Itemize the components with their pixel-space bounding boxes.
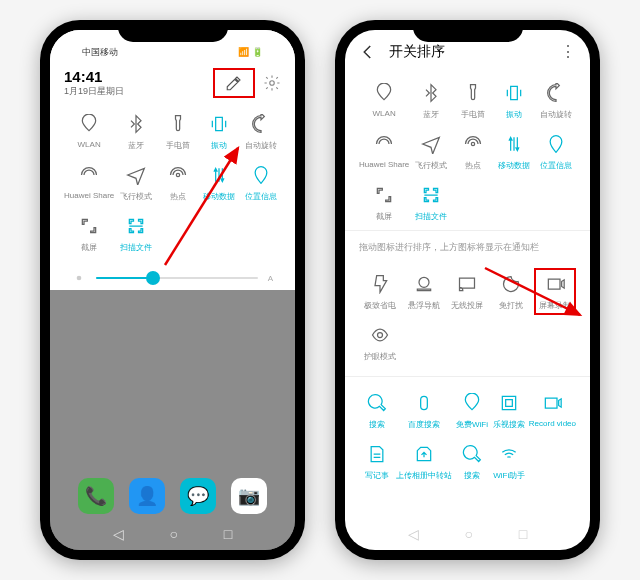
tile-自动旋转[interactable]: 自动旋转 (536, 77, 576, 124)
edit-button[interactable] (213, 68, 255, 98)
tile-label: 热点 (170, 191, 186, 202)
tile-icon (166, 112, 190, 136)
tile-扫描文件[interactable]: 扫描文件 (116, 210, 156, 257)
tile-搜索[interactable]: 搜索 (359, 387, 394, 434)
tile-手电筒[interactable]: 手电筒 (158, 108, 198, 155)
available-tiles-grid: 极致省电 悬浮导航 无线投屏 免打扰 屏幕录制 护眼模式 (345, 264, 590, 370)
tile-手电筒[interactable]: 手电筒 (453, 77, 493, 124)
tile-热点[interactable]: 热点 (158, 159, 198, 206)
tile-位置信息[interactable]: 位置信息 (536, 128, 576, 175)
tile-icon (365, 442, 389, 466)
tile-WiFi助手[interactable]: WiFi助手 (492, 438, 527, 485)
dock: 📞 👤 💬 📷 (50, 478, 295, 514)
back-arrow-icon[interactable] (359, 43, 377, 61)
tile-icon (77, 112, 101, 136)
slider-track[interactable] (96, 277, 258, 279)
tile-振动[interactable]: 振动 (200, 108, 240, 155)
tile-icon (412, 442, 436, 466)
tile-label: 悬浮导航 (408, 300, 440, 311)
tile-label: 免费WiFi (456, 419, 488, 430)
tile-icon (166, 163, 190, 187)
tile-免费WiFi[interactable]: 免费WiFi (454, 387, 489, 434)
screen: 开关排序 ⋮ WLAN 蓝牙 手电筒 振动 自动旋转 Huawei Share (345, 30, 590, 550)
tile-icon (372, 81, 396, 105)
tile-icon (365, 391, 389, 415)
home-button[interactable]: ○ (170, 526, 178, 542)
header-actions (213, 68, 281, 98)
phone-app-icon[interactable]: 📞 (78, 478, 114, 514)
tile-乐视搜索[interactable]: 乐视搜索 (492, 387, 527, 434)
tile-label: 无线投屏 (451, 300, 483, 311)
tile-Record video[interactable]: Record video (529, 387, 576, 434)
recents-button[interactable]: □ (519, 526, 527, 542)
tile-屏幕录制[interactable]: 屏幕录制 (534, 268, 576, 315)
tile-WLAN[interactable]: WLAN (359, 77, 409, 124)
phone-left: 中国移动 📶 🔋 14:41 1月19日星期日 WLAN (40, 20, 305, 560)
tile-label: 截屏 (376, 211, 392, 222)
tile-WLAN[interactable]: WLAN (64, 108, 114, 155)
tile-蓝牙[interactable]: 蓝牙 (116, 108, 156, 155)
tile-Huawei Share[interactable]: Huawei Share (359, 128, 409, 175)
tile-icon (502, 132, 526, 156)
tile-icon (412, 391, 436, 415)
tile-Huawei Share[interactable]: Huawei Share (64, 159, 114, 206)
messages-app-icon[interactable]: 💬 (180, 478, 216, 514)
tile-label: Record video (529, 419, 576, 428)
tile-label: 搜索 (464, 470, 480, 481)
tile-飞行模式[interactable]: 飞行模式 (116, 159, 156, 206)
home-button[interactable]: ○ (465, 526, 473, 542)
tile-icon (497, 442, 521, 466)
tile-icon (455, 272, 479, 296)
tile-免打扰[interactable]: 免打扰 (490, 268, 532, 315)
tile-icon (419, 81, 443, 105)
slider-thumb[interactable] (146, 271, 160, 285)
phone-right: 开关排序 ⋮ WLAN 蓝牙 手电筒 振动 自动旋转 Huawei Share (335, 20, 600, 560)
tile-label: 移动数据 (498, 160, 530, 171)
tile-蓝牙[interactable]: 蓝牙 (411, 77, 451, 124)
tile-icon (460, 391, 484, 415)
tile-无线投屏[interactable]: 无线投屏 (447, 268, 489, 315)
tile-极致省电[interactable]: 极致省电 (359, 268, 401, 315)
back-button[interactable]: ◁ (113, 526, 124, 542)
contacts-app-icon[interactable]: 👤 (129, 478, 165, 514)
tile-扫描文件[interactable]: 扫描文件 (411, 179, 451, 226)
tile-label: 护眼模式 (364, 351, 396, 362)
time-block: 14:41 1月19日星期日 (64, 68, 124, 98)
tile-icon (461, 81, 485, 105)
back-button[interactable]: ◁ (408, 526, 419, 542)
tile-icon (499, 272, 523, 296)
tile-上传相册中转站[interactable]: 上传相册中转站 (396, 438, 452, 485)
tile-位置信息[interactable]: 位置信息 (241, 159, 281, 206)
tile-护眼模式[interactable]: 护眼模式 (359, 319, 401, 366)
tile-icon (540, 391, 564, 415)
tile-icon (124, 214, 148, 238)
tile-自动旋转[interactable]: 自动旋转 (241, 108, 281, 155)
tile-搜索[interactable]: 搜索 (454, 438, 489, 485)
tile-icon (544, 81, 568, 105)
tile-icon (77, 163, 101, 187)
app-tiles-grid: 搜索 百度搜索 免费WiFi 乐视搜索 Record video 写记事 上传相… (345, 383, 590, 489)
tile-振动[interactable]: 振动 (495, 77, 535, 124)
tile-悬浮导航[interactable]: 悬浮导航 (403, 268, 445, 315)
tile-label: 截屏 (81, 242, 97, 253)
quick-settings-panel: 中国移动 📶 🔋 14:41 1月19日星期日 WLAN (50, 30, 295, 303)
carrier-label: 中国移动 (82, 46, 118, 59)
slider-fill (96, 277, 153, 279)
tile-截屏[interactable]: 截屏 (64, 210, 114, 257)
tile-label: 自动旋转 (540, 109, 572, 120)
tile-写记事[interactable]: 写记事 (359, 438, 394, 485)
tile-移动数据[interactable]: 移动数据 (200, 159, 240, 206)
tile-截屏[interactable]: 截屏 (359, 179, 409, 226)
tile-移动数据[interactable]: 移动数据 (495, 128, 535, 175)
more-menu-icon[interactable]: ⋮ (560, 42, 576, 61)
tile-飞行模式[interactable]: 飞行模式 (411, 128, 451, 175)
tile-label: 扫描文件 (120, 242, 152, 253)
tile-icon (368, 272, 392, 296)
recents-button[interactable]: □ (224, 526, 232, 542)
camera-app-icon[interactable]: 📷 (231, 478, 267, 514)
tile-label: 写记事 (365, 470, 389, 481)
tile-百度搜索[interactable]: 百度搜索 (396, 387, 452, 434)
gear-icon[interactable] (263, 74, 281, 92)
svg-point-1 (77, 276, 82, 281)
tile-热点[interactable]: 热点 (453, 128, 493, 175)
